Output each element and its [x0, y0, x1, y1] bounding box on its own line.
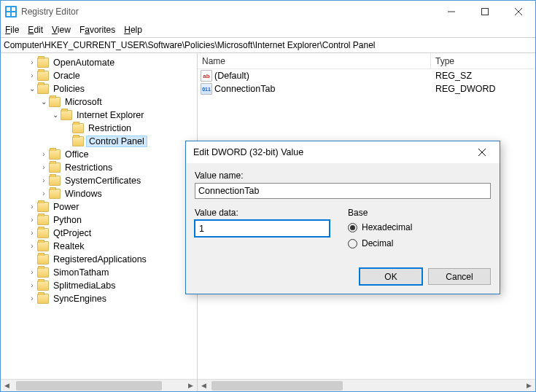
chevron-right-icon[interactable]: ›: [39, 189, 49, 197]
tree-item-label: Restrictions: [63, 162, 114, 173]
tree-item-label: Oracle: [52, 71, 82, 81]
list-row[interactable]: ab(Default)REG_SZ: [198, 69, 535, 82]
chevron-right-icon[interactable]: ›: [27, 294, 37, 302]
value-data-label: Value data:: [195, 208, 333, 218]
folder-icon: [49, 97, 61, 107]
folder-icon: [49, 189, 61, 199]
chevron-right-icon[interactable]: ›: [27, 281, 37, 289]
tree-item[interactable]: ⌄Policies: [1, 82, 197, 95]
scroll-left-icon[interactable]: ◀: [1, 380, 13, 392]
chevron-right-icon[interactable]: ›: [27, 242, 37, 250]
tree-item-label: QtProject: [52, 228, 93, 238]
tree-item[interactable]: ›Oracle: [1, 69, 197, 82]
tree-item[interactable]: ›Power: [1, 200, 197, 213]
menubar: File Edit View Favorites Help: [1, 23, 535, 37]
tree-item-label: Windows: [63, 189, 104, 199]
titlebar: Registry Editor: [1, 1, 535, 23]
value-data-field[interactable]: [195, 220, 330, 237]
tree-item[interactable]: ›Python: [1, 213, 197, 227]
tree-item[interactable]: ›Windows: [1, 187, 197, 200]
chevron-right-icon[interactable]: ›: [27, 216, 37, 224]
reg-string-icon: ab: [201, 70, 212, 82]
menu-file[interactable]: File: [5, 25, 19, 35]
folder-icon: [37, 228, 49, 238]
menu-edit[interactable]: Edit: [28, 25, 43, 35]
folder-icon: [37, 281, 49, 291]
value-type: REG_DWORD: [431, 84, 535, 94]
folder-icon: [37, 241, 49, 251]
address-bar[interactable]: Computer\HKEY_CURRENT_USER\Software\Poli…: [1, 37, 535, 53]
svg-rect-2: [12, 7, 15, 11]
chevron-right-icon[interactable]: ›: [27, 203, 37, 211]
tree-item[interactable]: ›OpenAutomate: [1, 56, 197, 69]
tree-item-label: SyncEngines: [52, 294, 108, 304]
scroll-right-icon[interactable]: ▶: [185, 380, 197, 392]
tree-item[interactable]: ›SystemCertificates: [1, 174, 197, 187]
tree-item-label: Realtek: [52, 241, 85, 251]
value-name-field[interactable]: [195, 183, 491, 199]
tree-item[interactable]: ⌄Internet Explorer: [1, 109, 197, 122]
chevron-down-icon[interactable]: ⌄: [39, 98, 49, 106]
close-button[interactable]: [502, 1, 535, 23]
folder-icon: [49, 176, 61, 186]
ok-button[interactable]: OK: [360, 268, 422, 285]
tree-item[interactable]: ›Realtek: [1, 240, 197, 253]
column-type[interactable]: Type: [431, 53, 535, 68]
dialog-close-button[interactable]: [467, 144, 497, 161]
folder-icon: [61, 110, 72, 120]
folder-icon: [49, 162, 61, 173]
chevron-right-icon[interactable]: ›: [27, 229, 37, 237]
radio-hex-label: Hexadecimal: [362, 222, 412, 232]
menu-view[interactable]: View: [52, 25, 71, 35]
maximize-button[interactable]: [468, 1, 502, 23]
chevron-right-icon[interactable]: ›: [27, 71, 37, 79]
tree-item[interactable]: ›QtProject: [1, 227, 197, 240]
tree-item[interactable]: Control Panel: [1, 135, 197, 148]
chevron-down-icon[interactable]: ⌄: [50, 111, 61, 119]
list-hscrollbar[interactable]: ◀ ▶: [198, 379, 535, 391]
value-name-label: Value name:: [195, 170, 491, 181]
tree-item-label: Power: [52, 202, 80, 212]
minimize-button[interactable]: [435, 1, 468, 23]
folder-icon: [49, 149, 61, 160]
radio-icon: [348, 223, 357, 232]
chevron-right-icon[interactable]: ›: [27, 58, 37, 66]
folder-icon: [37, 267, 49, 278]
tree-item[interactable]: ›SimonTatham: [1, 266, 197, 279]
tree-item[interactable]: ›SyncEngines: [1, 292, 197, 305]
tree-item[interactable]: RegisteredApplications: [1, 253, 197, 266]
chevron-right-icon[interactable]: ›: [27, 268, 37, 276]
radio-decimal[interactable]: Decimal: [348, 236, 491, 251]
tree-item[interactable]: ⌄Microsoft: [1, 95, 197, 109]
tree-item[interactable]: Restriction: [1, 122, 197, 135]
folder-icon: [72, 136, 84, 146]
dialog-title-text: Edit DWORD (32-bit) Value: [193, 147, 467, 157]
value-name: (Default): [214, 71, 249, 81]
folder-icon: [72, 123, 84, 133]
base-label: Base: [348, 208, 491, 218]
tree-item[interactable]: ›SplitmediaLabs: [1, 279, 197, 292]
tree-hscrollbar[interactable]: ◀ ▶: [1, 379, 197, 391]
folder-icon: [37, 71, 49, 81]
scroll-left-icon[interactable]: ◀: [198, 380, 210, 392]
edit-dword-dialog: Edit DWORD (32-bit) Value Value name: Va…: [185, 141, 500, 294]
list-row[interactable]: 011ConnectionTabREG_DWORD: [198, 82, 535, 95]
scroll-right-icon[interactable]: ▶: [523, 380, 535, 392]
menu-favorites[interactable]: Favorites: [79, 25, 115, 35]
tree-item-label: SplitmediaLabs: [52, 281, 117, 291]
tree-item-label: OpenAutomate: [52, 58, 116, 68]
folder-icon: [37, 202, 49, 212]
chevron-right-icon[interactable]: ›: [39, 163, 49, 171]
tree-item-label: Python: [52, 215, 83, 225]
regedit-icon: [5, 6, 17, 17]
chevron-down-icon[interactable]: ⌄: [27, 85, 37, 93]
tree-item[interactable]: ›Office: [1, 148, 197, 161]
column-name[interactable]: Name: [198, 53, 431, 68]
chevron-right-icon[interactable]: ›: [39, 176, 49, 184]
menu-help[interactable]: Help: [124, 25, 142, 35]
tree-item[interactable]: ›Restrictions: [1, 161, 197, 174]
radio-hexadecimal[interactable]: Hexadecimal: [348, 220, 491, 235]
chevron-right-icon[interactable]: ›: [39, 150, 49, 158]
folder-icon: [37, 254, 49, 264]
cancel-button[interactable]: Cancel: [428, 268, 491, 285]
